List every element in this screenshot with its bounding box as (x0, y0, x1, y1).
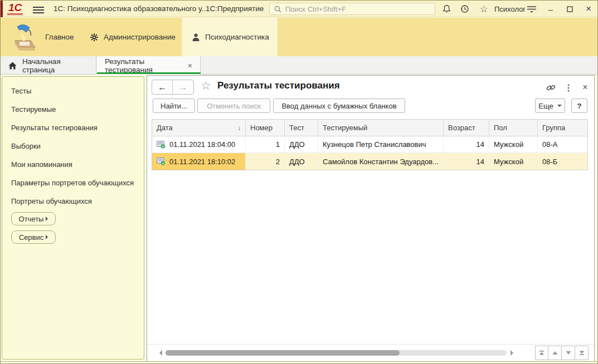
column-header-age[interactable]: Возраст (444, 120, 489, 136)
results-table: Дата ↓ Номер Тест Тестируемый Возраст По… (152, 119, 588, 170)
app-title: 1С: Психодиагностика образовательного у.… (54, 4, 208, 13)
minimize-button[interactable]: – (543, 3, 558, 15)
cell-test: ДДО (285, 153, 318, 170)
person-icon (192, 33, 200, 42)
chevron-down-icon (557, 105, 562, 107)
scroll-left-arrow[interactable] (159, 350, 162, 356)
titlebar: 1С 1С: Психодиагностика образовательного… (1, 1, 598, 17)
cell-person: Самойлов Константин Эдуардов... (318, 153, 444, 170)
document-posted-icon (157, 158, 166, 165)
link-icon[interactable] (545, 82, 556, 93)
column-header-test[interactable]: Тест (285, 120, 318, 136)
tab-home[interactable]: Начальная страница (1, 56, 96, 75)
reports-button[interactable]: Отчеты (11, 212, 56, 225)
help-button[interactable]: ? (571, 99, 587, 113)
sidebar-item-portrait-params[interactable]: Параметры портретов обучающихся (11, 176, 134, 189)
tab-close-icon[interactable]: × (188, 61, 192, 70)
column-label: Дата (157, 124, 173, 132)
horizontal-scrollbar-track[interactable] (166, 350, 507, 356)
kebab-menu-icon[interactable]: ⋮ (563, 82, 574, 93)
table-row[interactable]: 01.11.2021 18:04:00 1 ДДО Кузнецов Петр … (152, 136, 587, 153)
sidebar-item-reminders[interactable]: Мои напоминания (11, 158, 72, 171)
add-to-favorites-star-icon[interactable]: ☆ (201, 79, 211, 92)
global-search-input[interactable]: Поиск Ctrl+Shift+F (269, 3, 435, 15)
section-ribbon: Главное Администрирование Психодиагности… (1, 18, 598, 56)
back-button[interactable]: ← (152, 80, 173, 94)
ribbon-tab-psihodiagnostika[interactable]: Психодиагностика (182, 18, 278, 56)
scroll-up-button[interactable] (548, 346, 562, 360)
gear-icon (90, 33, 99, 42)
scroll-to-top-button[interactable] (535, 346, 548, 360)
chevron-right-icon (46, 217, 48, 221)
application-window: 1С 1С: Психодиагностика образовательного… (0, 0, 598, 364)
cancel-search-button[interactable]: Отменить поиск (197, 99, 270, 113)
more-button-label: Еще (538, 102, 553, 110)
scroll-right-arrow[interactable] (511, 350, 513, 356)
column-header-group[interactable]: Группа (538, 120, 587, 136)
forward-button[interactable]: → (173, 80, 193, 94)
more-button[interactable]: Еще (535, 99, 565, 113)
window-accent-strip (1, 1, 3, 17)
cell-person: Кузнецов Петр Станиславович (318, 136, 444, 153)
sidebar-item-testiruemye[interactable]: Тестируемые (11, 102, 56, 116)
column-header-date[interactable]: Дата ↓ (152, 120, 246, 136)
horizontal-scrollbar-area (147, 344, 594, 361)
product-title: 1С:Предприятие (206, 4, 264, 13)
main-panel: ← → ☆ Результаты тестирования ⋮ × Найти.… (147, 75, 595, 361)
window-bottom-border (1, 361, 598, 362)
ribbon-tab-label: Главное (45, 33, 74, 41)
sidebar-item-portraits[interactable]: Портреты обучающихся (11, 194, 92, 208)
app-lamp-icon[interactable] (7, 21, 38, 53)
search-placeholder: Поиск Ctrl+Shift+F (285, 5, 346, 13)
main-menu-icon[interactable] (33, 5, 44, 13)
column-header-gender[interactable]: Пол (489, 120, 538, 136)
ribbon-tab-administrirovanie[interactable]: Администрирование (80, 18, 186, 56)
sidebar-item-tests[interactable]: Тесты (11, 84, 31, 97)
column-header-person[interactable]: Тестируемый (318, 120, 444, 136)
ribbon-tab-label: Психодиагностика (205, 33, 269, 41)
cell-number: 2 (246, 153, 285, 170)
table-row-selected[interactable]: 01.11.2021 18:10:02 2 ДДО Самойлов Конст… (152, 153, 587, 170)
1c-logo: 1С (7, 2, 23, 15)
cell-age: 14 (444, 153, 489, 170)
cell-gender: Мужской (489, 153, 538, 170)
sidebar-item-test-results[interactable]: Результаты тестирования (11, 121, 98, 134)
selected-cell: 01.11.2021 18:10:02 (152, 153, 246, 170)
find-button[interactable]: Найти... (153, 99, 195, 113)
search-icon (274, 6, 281, 13)
service-button-label: Сервис (19, 233, 44, 242)
service-menu-icon[interactable] (526, 3, 538, 14)
document-posted-icon (157, 141, 166, 149)
cell-test: ДДО (285, 136, 318, 153)
tab-label: Результаты тестирования (105, 57, 181, 74)
horizontal-scrollbar-thumb[interactable] (166, 350, 400, 356)
close-window-button[interactable]: × (581, 3, 596, 15)
sort-descending-icon: ↓ (237, 124, 241, 132)
column-header-number[interactable]: Номер (246, 120, 285, 136)
cell-age: 14 (444, 136, 489, 153)
scroll-down-button[interactable] (562, 346, 575, 360)
sidebar-item-vyborki[interactable]: Выборки (11, 139, 41, 153)
cell-number: 1 (246, 136, 285, 153)
cell-group: 08-Б (538, 153, 587, 170)
ribbon-tab-label: Администрирование (104, 33, 176, 41)
notifications-bell-icon[interactable] (440, 3, 453, 14)
active-tab-underline (97, 72, 201, 74)
page-title: Результаты тестирования (217, 80, 340, 91)
close-form-icon[interactable]: × (580, 82, 591, 93)
ribbon-tab-glavnoe[interactable]: Главное (35, 18, 84, 56)
chevron-right-icon (46, 235, 48, 239)
history-icon[interactable] (459, 3, 471, 14)
scroll-to-bottom-button[interactable] (575, 346, 589, 360)
vertical-nav-buttons (535, 346, 589, 360)
tab-label: Начальная страница (22, 57, 88, 74)
favorites-star-icon[interactable]: ☆ (478, 3, 490, 14)
cell-date: 01.11.2021 18:04:00 (169, 140, 235, 149)
cell-gender: Мужской (489, 136, 538, 153)
history-nav-group: ← → (152, 80, 194, 95)
view-tabbar: Начальная страница Результаты тестирован… (1, 56, 598, 75)
paper-forms-input-button[interactable]: Ввод данных с бумажных бланков (273, 99, 405, 113)
maximize-button[interactable] (562, 3, 577, 15)
service-button[interactable]: Сервис (11, 230, 56, 244)
reports-button-label: Отчеты (19, 215, 44, 223)
